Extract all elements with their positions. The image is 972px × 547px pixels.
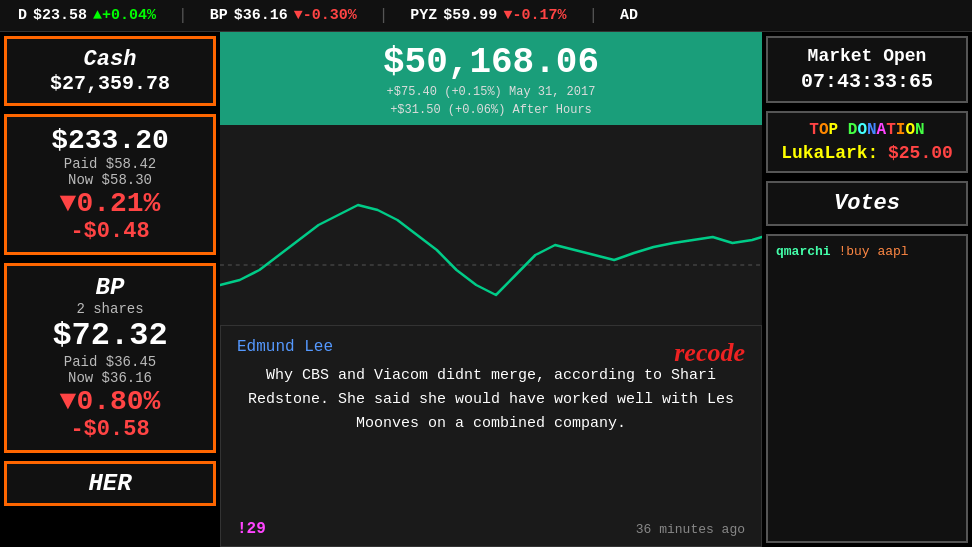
stock1-change-amt: -$0.48 bbox=[15, 219, 205, 244]
td-O2: O bbox=[857, 121, 867, 139]
top-donation-user: LukaLark: bbox=[781, 143, 878, 163]
td-space bbox=[838, 121, 848, 139]
news-comments: !29 bbox=[237, 520, 266, 538]
cash-title: Cash bbox=[15, 47, 205, 72]
chart-svg bbox=[220, 125, 762, 325]
ticker-sep-1: | bbox=[174, 7, 192, 25]
bp-title: BP bbox=[15, 274, 205, 301]
td-A: A bbox=[877, 121, 887, 139]
news-source: recode bbox=[674, 338, 745, 368]
chart-sub2: +$31.50 (+0.06%) After Hours bbox=[236, 101, 746, 119]
td-P: P bbox=[829, 121, 839, 139]
td-O: O bbox=[819, 121, 829, 139]
chat-cmd: !buy aapl bbox=[838, 244, 908, 259]
chat-message: qmarchi !buy aapl bbox=[776, 244, 958, 259]
news-time: 36 minutes ago bbox=[636, 522, 745, 537]
stock1-paid: Paid $58.42 bbox=[15, 156, 205, 172]
ticker-price-bp: $36.16 bbox=[234, 7, 288, 24]
ticker-change-val-bp: -0.30% bbox=[303, 7, 357, 24]
her-title: HER bbox=[13, 470, 207, 497]
bp-change-pct: ▼0.80% bbox=[15, 386, 205, 417]
votes-widget: Votes bbox=[766, 181, 968, 226]
bp-change-amt: -$0.58 bbox=[15, 417, 205, 442]
bp-value: $72.32 bbox=[15, 317, 205, 354]
ticker-symbol: D bbox=[18, 7, 27, 24]
ticker-symbol-bp: BP bbox=[210, 7, 228, 24]
cash-amount: $27,359.78 bbox=[15, 72, 205, 95]
ticker-symbol-pyz: PYZ bbox=[410, 7, 437, 24]
chat-widget: qmarchi !buy aapl bbox=[766, 234, 968, 543]
top-donation-user-line: LukaLark: $25.00 bbox=[776, 143, 958, 163]
center-panel: $50,168.06 +$75.40 (+0.15%) May 31, 2017… bbox=[220, 32, 762, 547]
top-donation-title: TOP DONATION bbox=[776, 121, 958, 139]
ticker-price: $23.58 bbox=[33, 7, 87, 24]
ticker-change-pyz: ▼ bbox=[503, 7, 512, 24]
chat-user: qmarchi bbox=[776, 244, 831, 259]
ticker-item-ad: AD bbox=[602, 7, 662, 24]
market-title: Market Open bbox=[776, 46, 958, 66]
ticker-change: ▲ bbox=[93, 7, 102, 24]
right-sidebar: Market Open 07:43:33:65 TOP DONATION Luk… bbox=[762, 32, 972, 547]
her-widget: HER bbox=[4, 461, 216, 506]
bp-shares: 2 shares bbox=[15, 301, 205, 317]
td-O3: O bbox=[905, 121, 915, 139]
ticker-item-bp: BP $36.16 ▼ -0.30% bbox=[192, 7, 375, 24]
td-T2: T bbox=[886, 121, 896, 139]
chart-main-price: $50,168.06 bbox=[236, 42, 746, 83]
chart-sub1: +$75.40 (+0.15%) May 31, 2017 bbox=[236, 83, 746, 101]
news-text: Why CBS and Viacom didnt merge, accordin… bbox=[237, 364, 745, 436]
ticker-bar: D $23.58 ▲ +0.04% | BP $36.16 ▼ -0.30% |… bbox=[0, 0, 972, 32]
market-widget: Market Open 07:43:33:65 bbox=[766, 36, 968, 103]
news-author: Edmund Lee bbox=[237, 338, 745, 356]
chart-header: $50,168.06 +$75.40 (+0.15%) May 31, 2017… bbox=[220, 32, 762, 125]
ticker-change-val-pyz: -0.17% bbox=[512, 7, 566, 24]
bp-widget: BP 2 shares $72.32 Paid $36.45 Now $36.1… bbox=[4, 263, 216, 453]
news-footer: !29 36 minutes ago bbox=[237, 520, 745, 538]
stock1-change-pct: ▼0.21% bbox=[15, 188, 205, 219]
td-N2: N bbox=[915, 121, 925, 139]
votes-title: Votes bbox=[776, 191, 958, 216]
news-card: Edmund Lee recode Why CBS and Viacom did… bbox=[220, 325, 762, 547]
ticker-sep-2: | bbox=[375, 7, 393, 25]
td-T: T bbox=[809, 121, 819, 139]
td-D: D bbox=[848, 121, 858, 139]
top-donation-amount: $25.00 bbox=[888, 143, 953, 163]
ticker-price-pyz: $59.99 bbox=[443, 7, 497, 24]
ticker-change-bp: ▼ bbox=[294, 7, 303, 24]
stock1-value: $233.20 bbox=[15, 125, 205, 156]
bp-paid: Paid $36.45 bbox=[15, 354, 205, 370]
ticker-change-val: +0.04% bbox=[102, 7, 156, 24]
td-N: N bbox=[867, 121, 877, 139]
top-donation-widget: TOP DONATION LukaLark: $25.00 bbox=[766, 111, 968, 173]
market-time: 07:43:33:65 bbox=[776, 70, 958, 93]
stock1-widget: $233.20 Paid $58.42 Now $58.30 ▼0.21% -$… bbox=[4, 114, 216, 255]
cash-widget: Cash $27,359.78 bbox=[4, 36, 216, 106]
svg-rect-0 bbox=[220, 125, 762, 325]
ticker-symbol-ad: AD bbox=[620, 7, 638, 24]
left-sidebar: Cash $27,359.78 $233.20 Paid $58.42 Now … bbox=[0, 32, 220, 547]
ticker-sep-3: | bbox=[584, 7, 602, 25]
ticker-item-pyz: PYZ $59.99 ▼ -0.17% bbox=[392, 7, 584, 24]
chart-area bbox=[220, 125, 762, 325]
ticker-item-d: D $23.58 ▲ +0.04% bbox=[0, 7, 174, 24]
td-I: I bbox=[896, 121, 906, 139]
stock1-now: Now $58.30 bbox=[15, 172, 205, 188]
bp-now: Now $36.16 bbox=[15, 370, 205, 386]
main-layout: Cash $27,359.78 $233.20 Paid $58.42 Now … bbox=[0, 32, 972, 547]
